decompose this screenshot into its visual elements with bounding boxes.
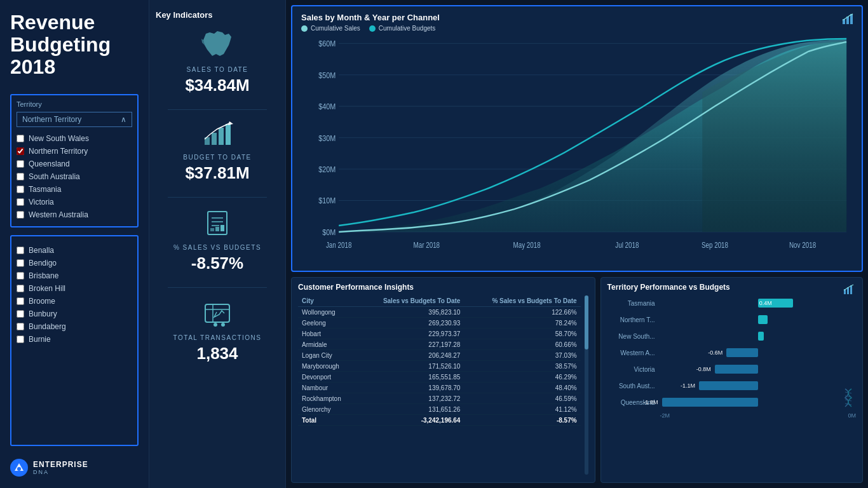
city-broken-hill[interactable]: Broken Hill bbox=[17, 282, 132, 295]
customer-data-table: City Sales vs Budgets To Date % Sales vs… bbox=[298, 295, 581, 426]
table-row: Maryborough 171,526.10 38.57% bbox=[298, 361, 581, 372]
enterprise-logo bbox=[10, 459, 28, 477]
territory-label-nt: Northern T... bbox=[607, 316, 655, 323]
territory-label-nsw: New South... bbox=[607, 333, 655, 340]
svg-text:$20M: $20M bbox=[318, 165, 336, 174]
svg-point-18 bbox=[221, 323, 225, 327]
territory-bar-wa bbox=[726, 348, 757, 357]
territory-panel-title: Territory Performance vs Budgets bbox=[607, 283, 856, 292]
svg-text:$0M: $0M bbox=[322, 227, 336, 237]
svg-rect-5 bbox=[226, 124, 231, 145]
territory-dropdown[interactable]: Northern Territory ∧ bbox=[17, 112, 132, 127]
territory-option-wa[interactable]: Western Australia bbox=[17, 208, 132, 221]
table-row: Devonport 165,551.85 46.29% bbox=[298, 372, 581, 383]
territory-chart-icon[interactable] bbox=[843, 284, 855, 298]
svg-point-17 bbox=[214, 323, 217, 327]
city-bunbury[interactable]: Bunbury bbox=[17, 308, 132, 320]
territory-label-sa: South Aust... bbox=[607, 383, 655, 390]
table-total-row: Total -3,242,196.64 -8.57% bbox=[298, 415, 581, 426]
budget-chart-icon bbox=[201, 121, 233, 151]
key-indicators-panel: Key Indicators SALES TO DATE $34.84M BU bbox=[149, 0, 286, 488]
territory-value-sa: -1.1M bbox=[681, 383, 695, 389]
customer-performance-panel: Customer Performance Insights City Sales… bbox=[291, 277, 595, 483]
territory-value-tasmania: 0.4M bbox=[759, 300, 772, 306]
territory-row-nt: Northern T... bbox=[607, 313, 856, 326]
city-benalla[interactable]: Benalla bbox=[17, 244, 132, 257]
customer-panel-title: Customer Performance Insights bbox=[298, 283, 588, 292]
scrollbar-thumb bbox=[585, 295, 588, 349]
territory-option-nt[interactable]: Northern Territory bbox=[17, 145, 132, 158]
territory-value-queensland: -1.8M bbox=[644, 399, 658, 405]
svg-point-1 bbox=[17, 467, 21, 471]
svg-rect-4 bbox=[219, 128, 224, 145]
svg-rect-3 bbox=[212, 133, 217, 145]
legend-budgets-dot bbox=[369, 25, 376, 32]
territory-option-vic[interactable]: Victoria bbox=[17, 196, 132, 208]
cart-icon bbox=[201, 299, 233, 332]
territory-value-wa: -0.6M bbox=[708, 349, 722, 356]
city-brisbane[interactable]: Brisbane bbox=[17, 269, 132, 282]
city-broome[interactable]: Broome bbox=[17, 295, 132, 308]
sales-kpi-label: SALES TO DATE bbox=[187, 66, 248, 73]
pct-kpi-value: -8.57% bbox=[191, 254, 243, 273]
svg-text:Sep 2018: Sep 2018 bbox=[702, 241, 728, 249]
territory-option-nsw[interactable]: New South Wales bbox=[17, 132, 132, 145]
territory-label-victoria: Victoria bbox=[607, 366, 655, 373]
city-burnie[interactable]: Burnie bbox=[17, 333, 132, 346]
territory-bar-queensland bbox=[662, 398, 758, 407]
table-with-scroll: City Sales vs Budgets To Date % Sales vs… bbox=[298, 295, 588, 475]
chart-expand-icon[interactable] bbox=[841, 13, 854, 29]
table-scrollbar[interactable] bbox=[585, 295, 588, 475]
territory-filter-box: Territory Northern Territory ∧ New South… bbox=[10, 94, 139, 227]
svg-rect-14 bbox=[205, 304, 229, 322]
svg-text:$50M: $50M bbox=[318, 71, 336, 80]
city-bundaberg[interactable]: Bundaberg bbox=[17, 320, 132, 333]
col-pct: % Sales vs Budgets To Date bbox=[464, 295, 580, 307]
table-row: Hobart 229,973.37 58.70% bbox=[298, 329, 581, 339]
col-sales: Sales vs Budgets To Date bbox=[357, 295, 464, 307]
svg-text:$60M: $60M bbox=[318, 39, 336, 48]
app-title: Revenue Budgeting 2018 bbox=[10, 11, 139, 79]
pct-kpi-label: % SALES VS BUDGETS bbox=[173, 244, 261, 251]
chart-legend: Cumulative Sales Cumulative Budgets bbox=[301, 25, 853, 32]
svg-text:$30M: $30M bbox=[318, 133, 336, 142]
svg-text:Jul 2018: Jul 2018 bbox=[615, 241, 639, 249]
territory-row-nsw: New South... bbox=[607, 330, 856, 342]
sales-kpi-value: $34.84M bbox=[185, 76, 249, 95]
left-panel: Revenue Budgeting 2018 Territory Norther… bbox=[0, 0, 149, 488]
key-indicators-title: Key Indicators bbox=[156, 10, 213, 20]
table-row: Logan City 206,248.27 37.03% bbox=[298, 350, 581, 361]
col-city: City bbox=[298, 295, 357, 307]
territory-performance-panel: Territory Performance vs Budgets Tasmani… bbox=[600, 277, 863, 483]
territory-label-tasmania: Tasmania bbox=[607, 300, 655, 307]
svg-text:$40M: $40M bbox=[318, 102, 336, 111]
chevron-up-icon: ∧ bbox=[121, 115, 126, 124]
table-row: Wollongong 395,823.10 122.66% bbox=[298, 307, 581, 318]
territory-option-tas[interactable]: Tasmania bbox=[17, 183, 132, 196]
table-row: Armidale 227,197.28 60.66% bbox=[298, 339, 581, 350]
table-row: Nambour 139,678.70 48.40% bbox=[298, 383, 581, 393]
svg-text:$10M: $10M bbox=[318, 196, 336, 205]
territory-option-qld[interactable]: Queensland bbox=[17, 158, 132, 170]
australia-map-icon bbox=[198, 27, 236, 64]
table-row: Rockhampton 137,232.72 46.59% bbox=[298, 393, 581, 404]
table-scroll-area: City Sales vs Budgets To Date % Sales vs… bbox=[298, 295, 581, 475]
territory-option-sa[interactable]: South Australia bbox=[17, 170, 132, 183]
table-row: Glenorchy 131,651.26 41.12% bbox=[298, 404, 581, 415]
document-chart-icon bbox=[201, 209, 233, 241]
kpi-transactions: TOTAL TRANSACTIONS 1,834 bbox=[156, 299, 279, 363]
sales-chart-panel: Sales by Month & Year per Channel Cumula… bbox=[291, 5, 863, 272]
city-bendigo[interactable]: Bendigo bbox=[17, 257, 132, 269]
kpi-divider-3 bbox=[168, 287, 266, 288]
territory-row-wa: Western A... -0.6M bbox=[607, 346, 856, 359]
legend-sales-dot bbox=[301, 25, 308, 32]
territory-bar-nsw bbox=[758, 332, 764, 341]
svg-rect-12 bbox=[215, 227, 219, 231]
sales-line-chart: $60M $50M $40M $30M $20M $10M $0M Jan 20… bbox=[301, 36, 853, 255]
kpi-divider-1 bbox=[168, 109, 266, 110]
territory-selected: Northern Territory bbox=[22, 115, 81, 124]
svg-rect-44 bbox=[850, 285, 852, 294]
svg-text:Nov 2018: Nov 2018 bbox=[789, 241, 816, 249]
territory-bar-victoria bbox=[715, 365, 758, 374]
budget-kpi-value: $37.81M bbox=[185, 163, 249, 183]
